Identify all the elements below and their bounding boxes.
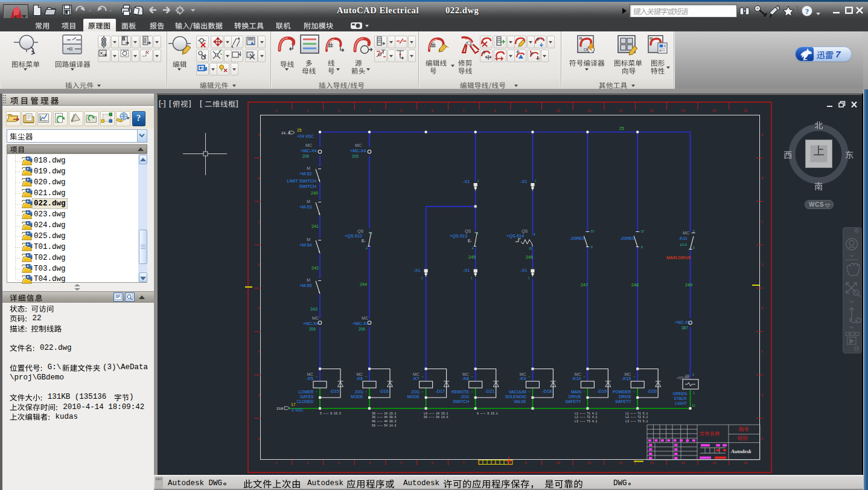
svg-text:D6: D6	[685, 374, 689, 378]
svg-text:~: ~	[365, 390, 367, 393]
svg-text:VALVE: VALVE	[514, 399, 526, 404]
svg-text:10: 10	[556, 461, 560, 465]
svg-text:L1 ~-~ T1 5.1: L1 ~-~ T1 5.1	[625, 412, 648, 415]
svg-text:50 ~-~ 54 14.3: 50 ~-~ 54 14.3	[372, 424, 396, 427]
svg-text:241: 241	[311, 224, 319, 229]
svg-text:MC: MC	[683, 230, 689, 236]
svg-text:L2 ~-~ T2 4.1: L2 ~-~ T2 4.1	[575, 416, 598, 419]
svg-text:-20RE0: -20RE0	[570, 236, 584, 241]
svg-text:11: 11	[587, 461, 592, 465]
svg-text:~: ~	[422, 375, 424, 378]
svg-text:E-: E-	[362, 239, 366, 243]
svg-text:+M-53: +M-53	[299, 204, 312, 210]
svg-text:-20RE0: -20RE0	[620, 236, 634, 241]
svg-text:10.0: 10.0	[680, 242, 688, 247]
svg-text:57: 57	[641, 230, 645, 233]
svg-text:DRIVE: DRIVE	[619, 395, 631, 399]
svg-text:40 ~-~ 44 30.3: 40 ~-~ 44 30.3	[372, 420, 396, 423]
svg-text:3: 3	[337, 461, 339, 465]
svg-text:245: 245	[468, 254, 476, 260]
svg-text:242: 242	[311, 265, 319, 271]
svg-text:-K8: -K8	[462, 376, 469, 381]
svg-text:343: 343	[310, 306, 318, 312]
svg-text:JOG: JOG	[411, 390, 420, 394]
svg-text:6: 6	[432, 109, 433, 113]
svg-text:16: 16	[744, 109, 748, 113]
svg-text:247: 247	[581, 282, 588, 288]
svg-text:5: 5	[693, 246, 695, 250]
svg-text:MAIN DRIVE: MAIN DRIVE	[666, 256, 691, 260]
svg-text:12: 12	[619, 109, 623, 113]
svg-text:7: 7	[462, 461, 464, 465]
svg-text:JOG: JOG	[461, 395, 469, 399]
svg-text:240: 240	[311, 190, 318, 196]
svg-text:+M-52: +M-52	[299, 171, 312, 176]
svg-text:F: F	[258, 350, 260, 354]
svg-text:-K15: -K15	[622, 376, 631, 381]
svg-text:13: 13	[649, 461, 654, 465]
svg-text:+QS-514: +QS-514	[506, 233, 524, 239]
svg-text:GREEN: GREEN	[673, 392, 688, 396]
svg-text:-K7: -K7	[412, 376, 419, 381]
svg-text:-X1: -X1	[463, 179, 470, 184]
svg-text:-X1: -X1	[413, 268, 420, 273]
svg-text:+MC-X4: +MC-X4	[301, 148, 317, 153]
svg-text:15: 15	[712, 461, 716, 465]
svg-text:MAIN: MAIN	[571, 390, 581, 394]
svg-text:-K6: -K6	[356, 376, 363, 381]
svg-text:?: ?	[805, 7, 809, 16]
svg-text:VACUUM: VACUUM	[509, 390, 526, 394]
svg-text:+24 VDC: +24 VDC	[297, 134, 314, 138]
svg-text:1: 1	[693, 391, 695, 395]
svg-text:L1 ~-~ T1 4.1: L1 ~-~ T1 4.1	[575, 412, 598, 415]
svg-text:2: 2	[307, 461, 308, 465]
svg-text:-D21: -D21	[485, 388, 495, 394]
svg-text:SWITCH: SWITCH	[299, 184, 316, 189]
svg-text:LOWER: LOWER	[299, 390, 314, 394]
svg-text:12: 12	[619, 461, 623, 465]
svg-text:+MC-X4: +MC-X4	[353, 321, 369, 326]
svg-text:8: 8	[641, 245, 643, 249]
svg-text:9: 9	[525, 109, 527, 113]
svg-text:30 ~-~ 14 15.1: 30 ~-~ 14 15.1	[372, 412, 396, 415]
svg-text:-D16: -D16	[379, 388, 389, 394]
svg-text:205: 205	[352, 154, 359, 158]
svg-text:13: 13	[649, 109, 654, 113]
svg-text:25: 25	[297, 128, 302, 132]
svg-text:11: 11	[692, 404, 695, 407]
svg-text:10: 10	[556, 109, 560, 113]
svg-text:2: 2	[307, 109, 308, 113]
svg-text:-X1: -X1	[463, 268, 470, 273]
svg-text:H: H	[258, 437, 260, 441]
svg-text:-D19: -D19	[597, 388, 607, 394]
svg-text:+M-54: +M-54	[299, 242, 312, 248]
svg-text:LIGHT: LIGHT	[675, 401, 687, 405]
svg-text:5 ~-~ 9 15.3: 5 ~-~ 9 15.3	[320, 412, 341, 415]
svg-text:-D20: -D20	[647, 388, 657, 394]
svg-text:~: ~	[365, 375, 367, 378]
svg-text:-X1: -X1	[520, 268, 527, 273]
svg-text:~: ~	[633, 375, 635, 378]
svg-text:50 ~-~ 54 14.6: 50 ~-~ 54 14.6	[424, 416, 448, 419]
svg-text:57: 57	[591, 230, 595, 233]
svg-text:MODE: MODE	[351, 395, 363, 399]
svg-text:CLOSED: CLOSED	[297, 399, 314, 404]
svg-text:-K11: -K11	[678, 236, 688, 241]
svg-text:249: 249	[685, 282, 692, 288]
svg-text:H: H	[761, 437, 763, 441]
svg-text:SOLENOID: SOLENOID	[505, 395, 526, 399]
svg-text:-D17: -D17	[436, 388, 445, 394]
svg-text:3: 3	[337, 109, 339, 113]
svg-text:244: 244	[360, 282, 367, 287]
svg-text:LIMIT SWITCH: LIMIT SWITCH	[287, 178, 316, 184]
svg-text:L3 ~-~ T3 5.1: L3 ~-~ T3 5.1	[625, 420, 648, 423]
svg-text:218: 218	[276, 407, 283, 411]
svg-text:Autodesk: Autodesk	[730, 448, 752, 454]
svg-text:208: 208	[302, 154, 309, 158]
svg-text:SAFETY: SAFETY	[565, 399, 581, 404]
svg-text:5: 5	[400, 461, 402, 465]
svg-text:16: 16	[744, 461, 748, 465]
svg-text:SWITCH: SWITCH	[453, 399, 469, 404]
svg-text:+QS-513: +QS-513	[450, 233, 467, 239]
svg-text:L3 ~-~ T3 4.1: L3 ~-~ T3 4.1	[575, 420, 598, 423]
